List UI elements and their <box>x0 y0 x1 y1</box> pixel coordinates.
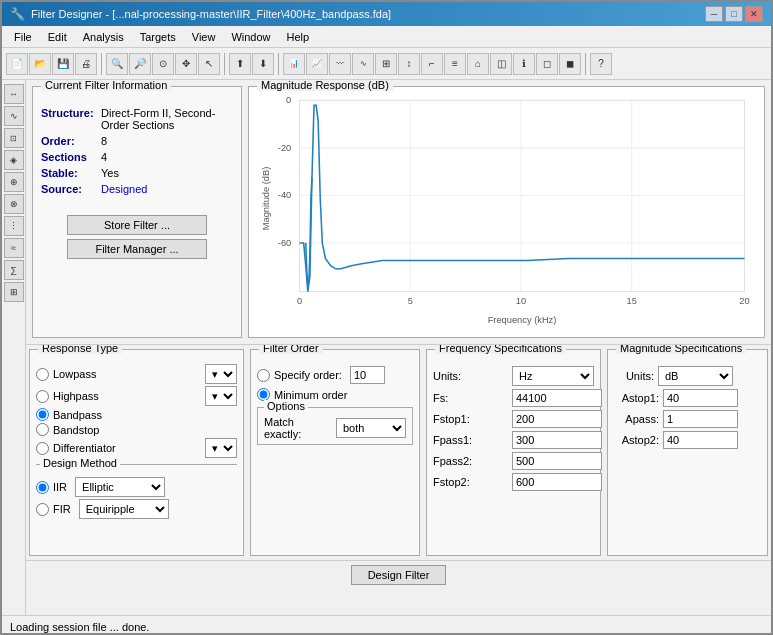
filter-manager-button[interactable]: Filter Manager ... <box>67 239 207 259</box>
new-icon[interactable]: 📄 <box>6 53 28 75</box>
match-exactly-label: Match exactly: <box>264 416 330 440</box>
lv-icon-4[interactable]: ◈ <box>4 150 24 170</box>
top-section: Current Filter Information Structure: Di… <box>26 80 771 345</box>
iir-method-select[interactable]: Elliptic <box>75 477 165 497</box>
freq-units-select[interactable]: Hz kHz MHz normalized <box>512 366 594 386</box>
analysis7-icon[interactable]: ⌐ <box>421 53 443 75</box>
fir-method-select[interactable]: Equiripple <box>79 499 169 519</box>
analysis12-icon[interactable]: ◼ <box>559 53 581 75</box>
analysis10-icon[interactable]: ◫ <box>490 53 512 75</box>
menu-view[interactable]: View <box>184 29 224 45</box>
order-label: Order: <box>41 135 101 147</box>
analysis8-icon[interactable]: ≡ <box>444 53 466 75</box>
apass-input[interactable] <box>663 410 738 428</box>
lv-icon-3[interactable]: ⊡ <box>4 128 24 148</box>
menu-window[interactable]: Window <box>223 29 278 45</box>
lv-icon-2[interactable]: ∿ <box>4 106 24 126</box>
help-icon[interactable]: ? <box>590 53 612 75</box>
lowpass-row: Lowpass ▾ <box>36 364 237 384</box>
menu-targets[interactable]: Targets <box>132 29 184 45</box>
analysis3-icon[interactable]: 〰 <box>329 53 351 75</box>
differentiator-radio[interactable] <box>36 442 49 455</box>
save-icon[interactable]: 💾 <box>52 53 74 75</box>
filter-info-panel: Current Filter Information Structure: Di… <box>32 86 242 338</box>
title-bar-text: Filter Designer - [...nal-processing-mas… <box>31 8 391 20</box>
stable-value: Yes <box>101 167 119 179</box>
import-icon[interactable]: ⬆ <box>229 53 251 75</box>
lv-icon-7[interactable]: ⋮ <box>4 216 24 236</box>
minimize-button[interactable]: ─ <box>705 6 723 22</box>
differentiator-select[interactable]: ▾ <box>205 438 237 458</box>
lowpass-select[interactable]: ▾ <box>205 364 237 384</box>
bandpass-radio[interactable] <box>36 408 49 421</box>
astop2-input[interactable] <box>663 431 738 449</box>
analysis1-icon[interactable]: 📊 <box>283 53 305 75</box>
structure-value: Direct-Form II, Second-Order Sections <box>101 107 233 131</box>
lv-icon-1[interactable]: ↔ <box>4 84 24 104</box>
lv-icon-6[interactable]: ⊗ <box>4 194 24 214</box>
match-exactly-select[interactable]: both passband stopband <box>336 418 406 438</box>
specify-order-input[interactable] <box>350 366 385 384</box>
lowpass-label: Lowpass <box>53 368 96 380</box>
close-button[interactable]: ✕ <box>745 6 763 22</box>
differentiator-label: Differentiator <box>53 442 116 454</box>
astop1-label: Astop1: <box>614 392 659 404</box>
maximize-button[interactable]: □ <box>725 6 743 22</box>
fstop1-input[interactable] <box>512 410 602 428</box>
menu-help[interactable]: Help <box>279 29 318 45</box>
astop2-row: Astop2: <box>614 431 761 449</box>
fpass2-input[interactable] <box>512 452 602 470</box>
fir-radio[interactable] <box>36 503 49 516</box>
svg-text:Frequency (kHz): Frequency (kHz) <box>488 315 557 325</box>
highpass-select[interactable]: ▾ <box>205 386 237 406</box>
svg-text:Magnitude (dB): Magnitude (dB) <box>261 167 271 231</box>
analysis5-icon[interactable]: ⊞ <box>375 53 397 75</box>
freq-specs-title: Frequency Specifications <box>435 345 566 354</box>
lowpass-radio[interactable] <box>36 368 49 381</box>
info-icon[interactable]: ℹ <box>513 53 535 75</box>
bandstop-label: Bandstop <box>53 424 99 436</box>
specify-order-radio[interactable] <box>257 369 270 382</box>
cursor-icon[interactable]: ↖ <box>198 53 220 75</box>
menu-analysis[interactable]: Analysis <box>75 29 132 45</box>
fpass1-input[interactable] <box>512 431 602 449</box>
menu-edit[interactable]: Edit <box>40 29 75 45</box>
iir-label: IIR <box>53 481 67 493</box>
export-icon[interactable]: ⬇ <box>252 53 274 75</box>
bandstop-radio[interactable] <box>36 423 49 436</box>
svg-text:10: 10 <box>516 296 526 306</box>
analysis2-icon[interactable]: 📈 <box>306 53 328 75</box>
pan-icon[interactable]: ✥ <box>175 53 197 75</box>
analysis9-icon[interactable]: ⌂ <box>467 53 489 75</box>
toolbar-sep-3 <box>278 53 279 75</box>
astop1-input[interactable] <box>663 389 738 407</box>
zoom-reset-icon[interactable]: ⊙ <box>152 53 174 75</box>
design-filter-button[interactable]: Design Filter <box>351 565 447 585</box>
iir-radio[interactable] <box>36 481 49 494</box>
lv-icon-8[interactable]: ≈ <box>4 238 24 258</box>
zoom-out-icon[interactable]: 🔎 <box>129 53 151 75</box>
highpass-radio[interactable] <box>36 390 49 403</box>
source-row: Source: Designed <box>41 183 233 195</box>
source-label: Source: <box>41 183 101 195</box>
analysis6-icon[interactable]: ↕ <box>398 53 420 75</box>
store-filter-button[interactable]: Store Filter ... <box>67 215 207 235</box>
units-label: Units: <box>433 370 508 382</box>
lv-icon-9[interactable]: ∑ <box>4 260 24 280</box>
zoom-in-icon[interactable]: 🔍 <box>106 53 128 75</box>
fpass1-row: Fpass1: <box>433 431 594 449</box>
fs-input[interactable] <box>512 389 602 407</box>
iir-row: IIR Elliptic <box>36 477 237 497</box>
menu-file[interactable]: File <box>6 29 40 45</box>
magnitude-specs-panel: Magnitude Specifications Units: dB linea… <box>607 349 768 556</box>
title-bar-controls: ─ □ ✕ <box>705 6 763 22</box>
print-icon[interactable]: 🖨 <box>75 53 97 75</box>
mag-units-select[interactable]: dB linear <box>658 366 733 386</box>
lv-icon-10[interactable]: ⊞ <box>4 282 24 302</box>
lv-icon-5[interactable]: ⊕ <box>4 172 24 192</box>
fstop2-input[interactable] <box>512 473 602 491</box>
open-icon[interactable]: 📂 <box>29 53 51 75</box>
highpass-label: Highpass <box>53 390 99 402</box>
analysis4-icon[interactable]: ∿ <box>352 53 374 75</box>
analysis11-icon[interactable]: ◻ <box>536 53 558 75</box>
